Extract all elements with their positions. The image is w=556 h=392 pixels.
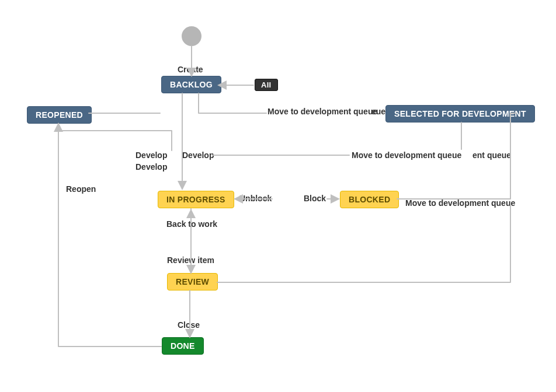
transition-block: Block: [304, 194, 326, 203]
transition-reopen: Reopen: [66, 184, 96, 194]
workflow-diagram: BACKLOG All REOPENED SELECTED FOR DEVELO…: [0, 0, 556, 392]
global-all-badge: All: [255, 79, 278, 91]
state-selected-for-development: SELECTED FOR DEVELOPMENT: [385, 105, 535, 123]
transition-develop-1: Develop: [135, 150, 167, 160]
transition-develop-2: Develop: [135, 162, 167, 172]
transition-create: Create: [178, 65, 203, 74]
transition-move-to-dev-queue-remnant-2: ent queue: [472, 150, 511, 160]
transition-unblock: Unblock: [239, 194, 272, 203]
start-node-icon: [182, 26, 201, 46]
transition-move-to-dev-queue-3: Move to development queue: [405, 198, 515, 208]
transition-back-to-work: Back to work: [166, 219, 217, 229]
transition-develop-3: Develop: [182, 150, 214, 160]
edges-layer: [0, 0, 556, 392]
transition-review-item: Review item: [167, 256, 214, 265]
state-in-progress: IN PROGRESS: [158, 191, 234, 208]
state-done: DONE: [162, 337, 204, 355]
state-review: REVIEW: [167, 273, 218, 290]
state-blocked: BLOCKED: [340, 191, 399, 208]
transition-close: Close: [178, 320, 200, 330]
state-reopened: REOPENED: [27, 106, 92, 124]
state-backlog: BACKLOG: [161, 76, 221, 93]
transition-move-to-dev-queue-2: Move to development queue: [352, 150, 461, 160]
transition-move-to-dev-queue-1: Move to development queue: [267, 107, 377, 116]
transition-move-to-dev-queue-remnant-1: eue: [371, 107, 385, 116]
